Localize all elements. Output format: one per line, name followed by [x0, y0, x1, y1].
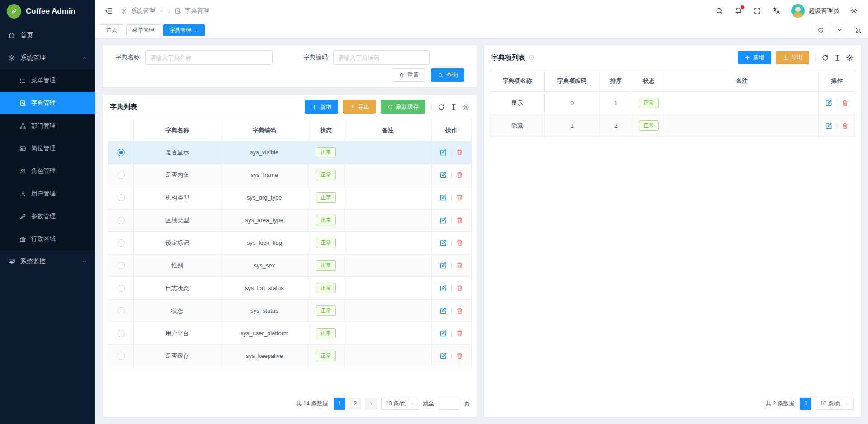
table-row[interactable]: 机构类型 sys_org_type 正常 [108, 186, 472, 209]
refresh-table-icon[interactable] [438, 103, 445, 111]
row-radio[interactable] [118, 262, 125, 269]
tab-menu-management[interactable]: 菜单管理 [126, 24, 160, 36]
delete-icon[interactable] [456, 239, 463, 247]
tab-options-button[interactable] [830, 22, 849, 38]
row-radio[interactable] [118, 239, 125, 247]
divider [451, 285, 452, 291]
table-settings-gear-icon[interactable] [846, 54, 854, 62]
page-button-1[interactable]: 1 [800, 398, 811, 410]
table-settings-gear-icon[interactable] [462, 103, 470, 111]
tab-home[interactable]: 首页 [100, 24, 123, 36]
remark-cell [344, 322, 431, 345]
table-row[interactable]: 区域类型 sys_area_type 正常 [108, 209, 472, 232]
edit-icon[interactable] [825, 99, 833, 107]
notification-button[interactable] [734, 7, 742, 15]
search-icon[interactable] [715, 7, 723, 15]
row-radio[interactable] [118, 194, 125, 201]
sidebar-item-dict-management[interactable]: 字典管理 [0, 92, 95, 114]
row-radio[interactable] [118, 353, 125, 360]
refresh-tab-button[interactable] [811, 22, 830, 38]
refresh-table-icon[interactable] [821, 54, 829, 62]
row-radio[interactable] [118, 330, 125, 337]
row-radio[interactable] [118, 149, 125, 156]
edit-icon[interactable] [439, 148, 447, 156]
table-row[interactable]: 是否内嵌 sys_frame 正常 [108, 164, 472, 186]
add-item-button[interactable]: 新增 [738, 51, 771, 64]
edit-icon[interactable] [439, 171, 447, 179]
delete-icon[interactable] [456, 194, 463, 201]
row-radio[interactable] [118, 285, 125, 292]
table-row[interactable]: 用户平台 sys_user_platform 正常 [108, 322, 472, 345]
edit-icon[interactable] [439, 194, 447, 201]
delete-icon[interactable] [841, 99, 849, 107]
export-button-label: 导出 [791, 54, 802, 62]
menu-fold-icon[interactable] [104, 7, 113, 15]
tab-dict-management[interactable]: 字典管理 [163, 24, 205, 36]
dict-code-input[interactable] [333, 50, 430, 65]
table-row[interactable]: 是否显示 sys_visible 正常 [108, 141, 472, 164]
edit-icon[interactable] [439, 284, 447, 292]
export-dict-button[interactable]: 导出 [343, 100, 376, 114]
sidebar-item-menu-management[interactable]: 菜单管理 [0, 69, 95, 92]
delete-icon[interactable] [456, 148, 463, 156]
export-item-button[interactable]: 导出 [776, 51, 809, 64]
sidebar-item-role-management[interactable]: 角色管理 [0, 160, 95, 182]
page-button-1[interactable]: 1 [334, 398, 345, 410]
delete-icon[interactable] [456, 284, 463, 292]
refresh-cache-button[interactable]: 刷新缓存 [381, 100, 425, 114]
jump-page-input[interactable] [439, 398, 460, 410]
row-radio[interactable] [118, 307, 125, 314]
delete-icon[interactable] [456, 216, 463, 224]
dict-name-input[interactable] [145, 50, 273, 65]
close-icon[interactable] [194, 28, 198, 32]
delete-icon[interactable] [456, 262, 463, 269]
content-fullscreen-button[interactable] [849, 22, 868, 38]
delete-icon[interactable] [456, 171, 463, 179]
edit-icon[interactable] [439, 262, 447, 269]
sidebar-item-post-management[interactable]: 岗位管理 [0, 137, 95, 160]
page-size-select[interactable]: 10 条/页 [816, 398, 854, 410]
edit-icon[interactable] [439, 329, 447, 337]
column-header: 字典名称 [134, 119, 221, 141]
settings-gear-icon[interactable] [850, 7, 858, 15]
delete-icon[interactable] [456, 307, 463, 314]
edit-icon[interactable] [825, 122, 833, 129]
column-height-icon[interactable] [834, 54, 841, 62]
edit-icon[interactable] [439, 352, 447, 360]
translate-icon[interactable] [772, 7, 780, 15]
sidebar-item-system-monitor[interactable]: 系统监控 [0, 250, 95, 273]
table-row[interactable]: 锁定标记 sys_lock_flag 正常 [108, 232, 472, 254]
edit-icon[interactable] [439, 216, 447, 224]
edit-icon[interactable] [439, 307, 447, 314]
column-height-icon[interactable] [450, 103, 458, 111]
divider [431, 103, 432, 111]
table-row[interactable]: 是否缓存 sys_keepalive 正常 [108, 345, 472, 367]
table-row[interactable]: 隐藏 1 2 正常 [490, 114, 855, 137]
table-row[interactable]: 状态 sys_status 正常 [108, 300, 472, 322]
sidebar-item-dept-management[interactable]: 部门管理 [0, 114, 95, 137]
table-row[interactable]: 日志状态 sys_log_status 正常 [108, 277, 472, 300]
delete-icon[interactable] [456, 329, 463, 337]
table-row[interactable]: 显示 0 1 正常 [490, 92, 855, 114]
row-radio[interactable] [118, 217, 125, 224]
edit-icon[interactable] [439, 239, 447, 247]
fullscreen-icon[interactable] [753, 7, 761, 15]
sidebar-item-home[interactable]: 首页 [0, 24, 95, 47]
table-row[interactable]: 性别 sys_sex 正常 [108, 254, 472, 277]
jump-label: 跳至 [423, 400, 434, 408]
sidebar-item-param-management[interactable]: 参数管理 [0, 205, 95, 228]
query-button[interactable]: 查询 [431, 68, 464, 82]
reset-button[interactable]: 重置 [392, 68, 425, 82]
page-size-select[interactable]: 10 条/页 [381, 398, 419, 410]
next-page-button[interactable] [365, 398, 377, 410]
delete-icon[interactable] [841, 122, 849, 129]
sidebar-item-user-management[interactable]: 用户管理 [0, 182, 95, 205]
sidebar-item-system-management[interactable]: 系统管理 [0, 47, 95, 69]
sidebar-item-admin-region[interactable]: 行政区域 [0, 228, 95, 250]
row-radio[interactable] [118, 172, 125, 179]
delete-icon[interactable] [456, 352, 463, 360]
add-dict-button[interactable]: 新增 [305, 100, 338, 114]
breadcrumb-item-system[interactable]: 系统管理 [131, 7, 155, 15]
user-menu[interactable]: 超级管理员 [791, 4, 840, 18]
page-button-2[interactable]: 2 [349, 398, 361, 410]
